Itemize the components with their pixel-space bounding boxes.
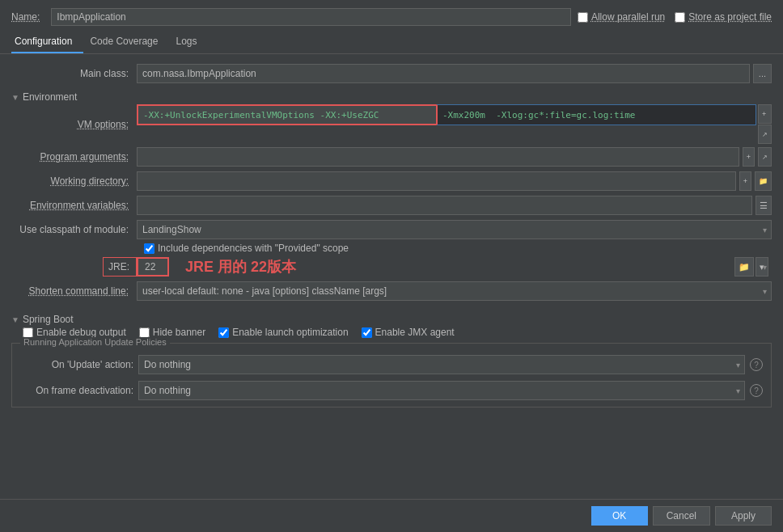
shorten-label: Shorten command line: bbox=[11, 285, 137, 297]
run-config-dialog: Name: Allow parallel run Store as projec… bbox=[0, 0, 783, 532]
frame-deactivation-label: On frame deactivation: bbox=[20, 385, 133, 396]
main-class-input-group: ... bbox=[137, 64, 772, 83]
vm-options-add-btn[interactable]: + bbox=[758, 104, 772, 124]
enable-jmx-label[interactable]: Enable JMX agent bbox=[362, 327, 455, 338]
hide-banner-label[interactable]: Hide banner bbox=[139, 327, 205, 338]
vm-options-container: + ↗ bbox=[137, 104, 772, 144]
frame-deactivation-row: On frame deactivation: Do nothing ? bbox=[20, 381, 763, 400]
classpath-select[interactable]: LandingShow bbox=[137, 220, 772, 239]
jre-browse-btn[interactable]: 📁 bbox=[734, 257, 754, 277]
allow-parallel-label[interactable]: Allow parallel run bbox=[578, 11, 665, 23]
tab-logs[interactable]: Logs bbox=[172, 31, 208, 53]
main-class-input[interactable] bbox=[137, 64, 750, 83]
hide-banner-checkbox[interactable] bbox=[139, 327, 150, 338]
enable-launch-label[interactable]: Enable launch optimization bbox=[218, 327, 348, 338]
tab-code-coverage[interactable]: Code Coverage bbox=[87, 31, 169, 53]
header-right: Allow parallel run Store as project file bbox=[578, 11, 772, 23]
classpath-label: Use classpath of module: bbox=[11, 224, 137, 235]
include-deps-checkbox[interactable] bbox=[144, 243, 154, 254]
running-policies-title: Running Application Update Policies bbox=[20, 337, 170, 347]
enable-jmx-checkbox[interactable] bbox=[362, 327, 372, 338]
env-vars-edit-btn[interactable]: ☰ bbox=[755, 196, 772, 215]
content-area: Main class: ... ▼ Environment VM options… bbox=[0, 54, 783, 499]
spring-boot-options: Enable debug output Hide banner Enable l… bbox=[11, 327, 772, 338]
main-class-label: Main class: bbox=[11, 68, 137, 79]
jre-value: 22 bbox=[137, 257, 169, 277]
jre-dropdown-btn[interactable]: ▾ bbox=[755, 257, 768, 277]
apply-button[interactable]: Apply bbox=[715, 506, 772, 526]
env-vars-input-group: ☰ bbox=[137, 196, 772, 215]
enable-debug-checkbox[interactable] bbox=[23, 327, 33, 338]
include-deps-checkbox-label[interactable]: Include dependencies with "Provided" sco… bbox=[144, 243, 349, 254]
program-args-row: Program arguments: + ↗ bbox=[11, 146, 772, 168]
spring-boot-header[interactable]: ▼ Spring Boot bbox=[11, 314, 772, 325]
environment-collapse-icon: ▼ bbox=[11, 93, 19, 102]
frame-deactivation-help-icon[interactable]: ? bbox=[750, 384, 763, 397]
spring-boot-collapse-icon: ▼ bbox=[11, 315, 19, 324]
working-dir-input[interactable] bbox=[137, 171, 736, 191]
program-args-input[interactable] bbox=[137, 147, 739, 167]
jre-row: JRE: 22 JRE 用的 22版本 📁 ▾ bbox=[11, 255, 772, 278]
classpath-row: Use classpath of module: LandingShow bbox=[11, 218, 772, 241]
store-project-checkbox[interactable] bbox=[675, 12, 685, 23]
shorten-select-wrapper: user-local default: none - java [options… bbox=[137, 281, 772, 301]
working-dir-label: Working directory: bbox=[11, 175, 137, 187]
cancel-button[interactable]: Cancel bbox=[653, 506, 710, 526]
enable-launch-checkbox[interactable] bbox=[218, 327, 229, 338]
name-label: Name: bbox=[11, 11, 44, 23]
vm-options-label: VM options: bbox=[11, 119, 137, 130]
allow-parallel-checkbox[interactable] bbox=[578, 12, 588, 23]
jre-label: JRE: bbox=[103, 257, 137, 277]
program-args-add-btn[interactable]: + bbox=[743, 147, 755, 167]
program-args-label: Program arguments: bbox=[11, 151, 137, 163]
include-deps-row: Include dependencies with "Provided" sco… bbox=[11, 243, 772, 254]
working-dir-add-btn[interactable]: + bbox=[739, 171, 751, 191]
vm-options-input-left[interactable] bbox=[137, 104, 436, 125]
footer: OK Cancel Apply bbox=[0, 499, 783, 532]
tab-configuration[interactable]: Configuration bbox=[11, 31, 83, 53]
update-action-select-wrapper: Do nothing bbox=[138, 355, 745, 374]
vm-options-input-right[interactable] bbox=[436, 104, 756, 125]
update-action-label: On 'Update' action: bbox=[20, 359, 133, 370]
frame-deactivation-select[interactable]: Do nothing bbox=[138, 381, 745, 400]
vm-options-row: VM options: + ↗ bbox=[11, 104, 772, 144]
env-vars-label: Environment variables: bbox=[11, 200, 137, 211]
main-class-row: Main class: ... bbox=[11, 62, 772, 85]
env-vars-input[interactable] bbox=[137, 196, 752, 215]
store-project-label[interactable]: Store as project file bbox=[675, 11, 772, 23]
working-dir-input-group: + 📁 bbox=[137, 171, 772, 191]
shorten-row: Shorten command line: user-local default… bbox=[11, 280, 772, 302]
program-args-expand-btn[interactable]: ↗ bbox=[758, 147, 772, 167]
frame-deactivation-select-wrapper: Do nothing bbox=[138, 381, 745, 400]
update-action-row: On 'Update' action: Do nothing ? bbox=[20, 355, 763, 374]
enable-debug-label[interactable]: Enable debug output bbox=[23, 327, 126, 338]
program-args-input-group: + ↗ bbox=[137, 147, 772, 167]
running-policies-section: Running Application Update Policies On '… bbox=[11, 343, 772, 407]
header-row: Name: Allow parallel run Store as projec… bbox=[0, 0, 783, 31]
classpath-select-wrapper: LandingShow bbox=[137, 220, 772, 239]
main-class-browse-btn[interactable]: ... bbox=[753, 64, 772, 83]
vm-options-expand-btn[interactable]: ↗ bbox=[758, 125, 772, 144]
tabs-row: Configuration Code Coverage Logs bbox=[0, 31, 783, 54]
update-action-help-icon[interactable]: ? bbox=[750, 358, 763, 371]
jre-annotation: JRE 用的 22版本 bbox=[185, 257, 734, 277]
environment-section-header[interactable]: ▼ Environment bbox=[11, 91, 772, 103]
jre-dropdown-wrapper: ▾ bbox=[755, 257, 772, 277]
env-vars-row: Environment variables: ☰ bbox=[11, 194, 772, 217]
name-input[interactable] bbox=[51, 8, 571, 26]
shorten-select[interactable]: user-local default: none - java [options… bbox=[137, 281, 772, 301]
working-dir-row: Working directory: + 📁 bbox=[11, 170, 772, 192]
ok-button[interactable]: OK bbox=[591, 506, 648, 526]
update-action-select[interactable]: Do nothing bbox=[138, 355, 745, 374]
spring-boot-section: ▼ Spring Boot Enable debug output Hide b… bbox=[11, 309, 772, 411]
working-dir-browse-btn[interactable]: 📁 bbox=[755, 171, 772, 191]
